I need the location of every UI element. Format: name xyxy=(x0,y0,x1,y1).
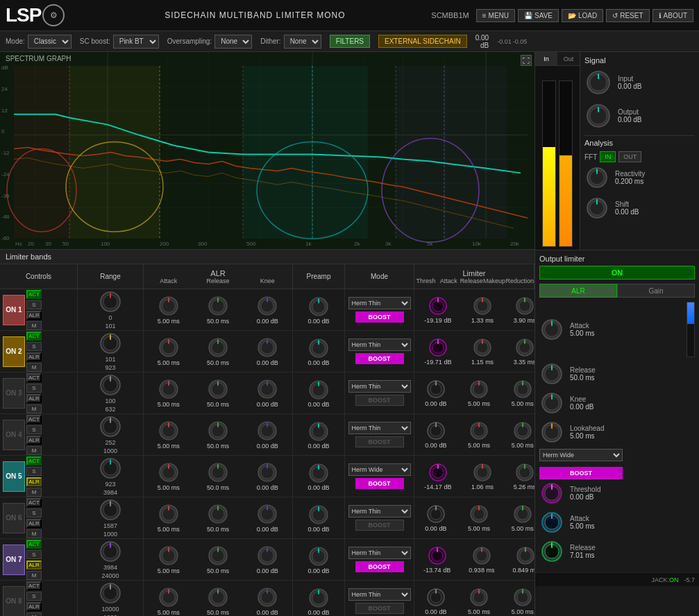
band-boost-button-2[interactable]: BOOST xyxy=(355,353,404,364)
band-alr-button-7[interactable]: ALR xyxy=(26,561,42,570)
band-on-button-4[interactable]: ON 4 xyxy=(3,420,25,450)
band-s-button-2[interactable]: S xyxy=(26,342,42,351)
band-alr-button-6[interactable]: ALR xyxy=(26,519,42,528)
band-act-button-3[interactable]: ACT xyxy=(26,373,42,382)
band-on-button-1[interactable]: ON 1 xyxy=(3,295,25,325)
output-limiter-on-button[interactable]: ON xyxy=(539,266,695,280)
band-act-button-4[interactable]: ACT xyxy=(26,415,42,424)
ol-lookahead-knob[interactable] xyxy=(539,420,564,445)
band-mode-select-6[interactable]: Herm Thin xyxy=(348,505,411,517)
band-m-button-7[interactable]: M xyxy=(26,571,42,580)
band-boost-button-4[interactable]: BOOST xyxy=(355,436,404,447)
band-alr-button-1[interactable]: ALR xyxy=(26,311,42,320)
vu-tab-in[interactable]: In xyxy=(535,52,557,66)
alr-tab[interactable]: ALR xyxy=(539,284,617,298)
thresh-knob-5[interactable] xyxy=(428,462,448,483)
oversampling-select[interactable]: None xyxy=(214,35,252,49)
band-boost-button-5[interactable]: BOOST xyxy=(355,478,404,489)
ol-knee-knob[interactable] xyxy=(539,391,564,416)
band-range-knob-4[interactable] xyxy=(98,414,123,439)
ol-release-knob[interactable] xyxy=(539,361,564,386)
band-act-button-6[interactable]: ACT xyxy=(26,498,42,507)
band-s-button-3[interactable]: S xyxy=(26,384,42,393)
band-alr-button-5[interactable]: ALR xyxy=(26,477,42,486)
menu-button[interactable]: ≡ MENU xyxy=(476,9,515,22)
band-on-button-6[interactable]: ON 6 xyxy=(3,503,25,533)
band-m-button-3[interactable]: M xyxy=(26,404,42,413)
band-range-knob-8[interactable] xyxy=(98,581,123,606)
ext-sidechain-button[interactable]: EXTERNAL SIDECHAIN xyxy=(378,35,467,48)
band-on-button-5[interactable]: ON 5 xyxy=(3,461,25,492)
band-mode-select-2[interactable]: Herm Thin xyxy=(348,339,411,351)
band-range-knob-2[interactable] xyxy=(98,331,123,356)
band-m-button-8[interactable]: M xyxy=(26,613,42,617)
thresh-knob-3[interactable] xyxy=(426,379,446,400)
input-knob[interactable] xyxy=(584,69,612,96)
band-s-button-8[interactable]: S xyxy=(26,592,42,601)
band-s-button-5[interactable]: S xyxy=(26,467,42,476)
band-boost-button-7[interactable]: BOOST xyxy=(355,561,404,572)
band-s-button-6[interactable]: S xyxy=(26,508,42,517)
band-act-button-2[interactable]: ACT xyxy=(26,332,42,341)
ol-threshold-knob[interactable] xyxy=(539,481,564,506)
reactivity-knob[interactable] xyxy=(584,165,609,190)
gain-tab[interactable]: Gain xyxy=(617,284,695,298)
band-mode-select-5[interactable]: Herm Wide xyxy=(348,463,411,476)
band-on-button-8[interactable]: ON 8 xyxy=(3,586,25,617)
band-range-knob-1[interactable] xyxy=(98,289,123,314)
ol-mode-select[interactable]: Herm Wide xyxy=(539,449,623,461)
band-range-knob-5[interactable] xyxy=(98,456,123,481)
band-alr-button-8[interactable]: ALR xyxy=(26,602,42,611)
vu-tab-out[interactable]: Out xyxy=(557,52,580,66)
band-boost-button-8[interactable]: BOOST xyxy=(355,603,404,614)
band-mode-select-1[interactable]: Herm Thin xyxy=(348,297,411,309)
band-act-button-5[interactable]: ACT xyxy=(26,456,42,465)
band-range-knob-7[interactable] xyxy=(98,539,123,564)
band-act-button-8[interactable]: ACT xyxy=(26,581,42,590)
shift-knob[interactable] xyxy=(584,196,609,221)
ol-out-attack-knob[interactable] xyxy=(539,510,564,535)
fft-in-button[interactable]: IN xyxy=(600,151,616,162)
save-button[interactable]: 💾 SAVE xyxy=(518,9,559,22)
band-boost-button-3[interactable]: BOOST xyxy=(355,395,404,406)
sc-boost-select[interactable]: Pink BT xyxy=(113,35,159,49)
band-act-button-1[interactable]: ACT xyxy=(26,290,42,299)
about-button[interactable]: ℹ ABOUT xyxy=(652,9,693,22)
band-m-button-5[interactable]: M xyxy=(26,488,42,497)
band-on-button-7[interactable]: ON 7 xyxy=(3,545,25,575)
band-alr-button-2[interactable]: ALR xyxy=(26,352,42,361)
thresh-knob-4[interactable] xyxy=(426,420,446,441)
band-range-knob-3[interactable] xyxy=(98,373,123,397)
thresh-knob-2[interactable] xyxy=(428,337,448,358)
band-s-button-7[interactable]: S xyxy=(26,550,42,559)
band-mode-select-3[interactable]: Herm Thin xyxy=(348,380,411,393)
band-m-button-6[interactable]: M xyxy=(26,529,42,538)
thresh-knob-6[interactable] xyxy=(426,504,446,524)
band-mode-select-8[interactable]: Herm Thin xyxy=(348,588,411,601)
filters-button[interactable]: FILTERS xyxy=(330,35,370,48)
mode-select[interactable]: Classic xyxy=(28,35,71,49)
band-m-button-2[interactable]: M xyxy=(26,363,42,372)
thresh-knob-8[interactable] xyxy=(426,587,446,608)
band-m-button-1[interactable]: M xyxy=(26,321,42,330)
load-button[interactable]: 📂 LOAD xyxy=(562,9,603,22)
band-boost-button-1[interactable]: BOOST xyxy=(355,311,404,323)
ol-attack-knob[interactable] xyxy=(539,317,564,342)
band-mode-select-7[interactable]: Herm Thin xyxy=(348,547,411,559)
thresh-knob-1[interactable] xyxy=(428,296,448,316)
band-mode-select-4[interactable]: Herm Thin xyxy=(348,422,411,434)
band-m-button-4[interactable]: M xyxy=(26,446,42,455)
band-alr-button-3[interactable]: ALR xyxy=(26,394,42,403)
band-boost-button-6[interactable]: BOOST xyxy=(355,520,404,531)
band-s-button-1[interactable]: S xyxy=(26,300,42,309)
output-knob[interactable] xyxy=(584,102,612,130)
reset-button[interactable]: ↺ RESET xyxy=(606,9,649,22)
band-on-button-3[interactable]: ON 3 xyxy=(3,378,25,409)
thresh-knob-7[interactable] xyxy=(427,545,448,566)
ol-boost-button[interactable]: BOOST xyxy=(539,467,623,479)
ol-out-release-knob[interactable] xyxy=(539,539,564,564)
band-act-button-7[interactable]: ACT xyxy=(26,540,42,549)
band-s-button-4[interactable]: S xyxy=(26,425,42,434)
dither-select[interactable]: None xyxy=(284,35,321,49)
band-on-button-2[interactable]: ON 2 xyxy=(3,336,25,367)
